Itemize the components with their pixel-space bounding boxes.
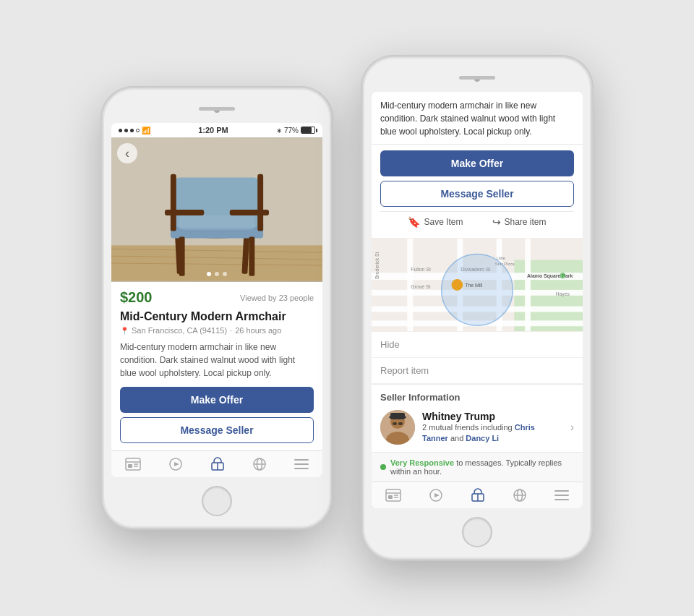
- home-button-2[interactable]: [462, 517, 492, 547]
- seller-section-title: Seller Information: [380, 392, 574, 403]
- product-time: 26 hours ago: [235, 326, 281, 335]
- status-time-1: 1:20 PM: [198, 126, 228, 134]
- screen-1: 📶 1:20 PM ∗ 77% ‹: [111, 123, 322, 477]
- phone-bottom-1: [111, 486, 322, 516]
- home-button-1[interactable]: [202, 486, 232, 516]
- map-svg: Fulton St Grove St Broderick St Divisade…: [372, 238, 583, 332]
- price-row: $200 Viewed by 23 people: [120, 289, 314, 306]
- message-seller-button-2[interactable]: Message Seller: [380, 181, 574, 207]
- nav-news-2[interactable]: [385, 489, 401, 502]
- seller-name: Whitney Trump: [422, 411, 563, 422]
- svg-text:The Mill: The Mill: [465, 283, 483, 288]
- bookmark-icon: 🔖: [408, 216, 420, 228]
- nav-video-1[interactable]: [168, 458, 183, 471]
- svg-text:Alamo Square Park: Alamo Square Park: [527, 273, 573, 279]
- location-icon: 📍: [120, 327, 129, 335]
- product-info: $200 Viewed by 23 people Mid-Century Mod…: [111, 282, 322, 450]
- phone-top-1: [111, 100, 322, 120]
- wifi-icon: 📶: [142, 127, 150, 134]
- dot-1: [207, 272, 211, 276]
- seller-info: Whitney Trump 2 mutual friends including…: [422, 411, 563, 445]
- svg-text:Star Pizza: Star Pizza: [495, 262, 515, 266]
- phone-bottom-2: [372, 517, 583, 547]
- speaker-1: [199, 107, 235, 111]
- bottom-nav-1: [111, 450, 322, 477]
- hide-report-section: Hide Report item: [372, 332, 583, 385]
- chevron-right-icon: ›: [570, 421, 574, 434]
- detail-actions: Make Offer Message Seller 🔖 Save Item ↪ …: [372, 145, 583, 238]
- separator: ·: [230, 326, 232, 335]
- hide-button[interactable]: Hide: [372, 332, 583, 358]
- scene: 📶 1:20 PM ∗ 77% ‹: [87, 41, 607, 575]
- product-description: Mid-century modern armchair in like new …: [120, 341, 314, 380]
- seller-card[interactable]: Whitney Trump 2 mutual friends including…: [380, 410, 574, 445]
- svg-marker-23: [174, 462, 179, 466]
- phone-top-2: [372, 69, 583, 89]
- report-button[interactable]: Report item: [372, 358, 583, 384]
- svg-point-48: [451, 279, 463, 291]
- signal-dot: [119, 129, 122, 132]
- make-offer-button-1[interactable]: Make Offer: [120, 387, 314, 413]
- message-seller-button-1[interactable]: Message Seller: [120, 417, 314, 443]
- share-icon: ↪: [492, 216, 501, 228]
- share-label: Share item: [505, 217, 547, 227]
- share-item-button[interactable]: ↪ Share item: [492, 216, 547, 228]
- bluetooth-icon: ∗: [276, 127, 282, 134]
- save-label: Save Item: [424, 217, 463, 227]
- speaker-2: [459, 76, 495, 80]
- product-image-container: ‹: [111, 137, 322, 282]
- svg-rect-11: [257, 174, 263, 231]
- mutual-friend-2: Dancy Li: [466, 434, 499, 442]
- product-title: Mid-Century Modern Armchair: [120, 310, 314, 323]
- signal-area: 📶: [119, 127, 150, 134]
- nav-globe-1[interactable]: [252, 457, 267, 471]
- nav-marketplace-2[interactable]: [471, 488, 485, 502]
- svg-marker-68: [434, 493, 440, 497]
- nav-marketplace-1[interactable]: [210, 457, 225, 471]
- seller-mutual: 2 mutual friends including Chris Tanner …: [422, 422, 563, 445]
- svg-rect-41: [525, 239, 531, 331]
- dot-3: [223, 272, 227, 276]
- save-share-row: 🔖 Save Item ↪ Share item: [380, 211, 574, 232]
- phone-2: Mid-century modern armchair in like new …: [361, 56, 593, 560]
- product-meta: 📍 San Francisco, CA (94115) · 26 hours a…: [120, 326, 314, 335]
- svg-rect-19: [128, 464, 132, 468]
- back-button[interactable]: ‹: [117, 143, 137, 163]
- nav-globe-2[interactable]: [513, 488, 527, 502]
- nav-video-2[interactable]: [429, 489, 443, 502]
- svg-rect-14: [179, 236, 185, 275]
- svg-text:Hayes: Hayes: [556, 291, 570, 297]
- product-location: San Francisco, CA (94115): [132, 326, 227, 335]
- nav-menu-1[interactable]: [294, 458, 309, 470]
- svg-rect-59: [390, 413, 405, 419]
- battery-percent: 77%: [284, 127, 299, 134]
- svg-text:Little: Little: [497, 256, 506, 260]
- signal-dot: [124, 129, 128, 132]
- status-bar-1: 📶 1:20 PM ∗ 77%: [111, 123, 322, 137]
- signal-dot: [136, 129, 140, 132]
- svg-rect-60: [393, 422, 397, 425]
- battery-area-1: ∗ 77%: [276, 127, 315, 134]
- svg-rect-13: [230, 210, 269, 215]
- svg-rect-10: [171, 174, 176, 231]
- detail-desc-text: Mid-century modern armchair in like new …: [380, 100, 555, 137]
- make-offer-button-2[interactable]: Make Offer: [380, 150, 574, 176]
- nav-news-1[interactable]: [125, 458, 141, 471]
- svg-text:Fulton St: Fulton St: [411, 267, 431, 272]
- map-container[interactable]: Fulton St Grove St Broderick St Divisade…: [372, 238, 583, 332]
- phone-1: 📶 1:20 PM ∗ 77% ‹: [101, 87, 333, 529]
- svg-rect-16: [179, 215, 255, 230]
- green-dot-icon: [380, 464, 386, 470]
- responsive-label: Very Responsive: [390, 458, 454, 467]
- product-views: Viewed by 23 people: [240, 294, 314, 302]
- screen-2: Mid-century modern armchair in like new …: [372, 92, 583, 508]
- svg-rect-15: [249, 236, 254, 275]
- responsive-badge: Very Responsive to messages. Typically r…: [372, 452, 583, 482]
- signal-dot: [130, 129, 134, 132]
- nav-menu-2[interactable]: [554, 489, 569, 501]
- seller-avatar: [380, 410, 415, 445]
- detail-description: Mid-century modern armchair in like new …: [372, 92, 583, 145]
- product-price: $200: [120, 289, 153, 306]
- save-item-button[interactable]: 🔖 Save Item: [408, 216, 463, 228]
- svg-rect-61: [398, 422, 403, 425]
